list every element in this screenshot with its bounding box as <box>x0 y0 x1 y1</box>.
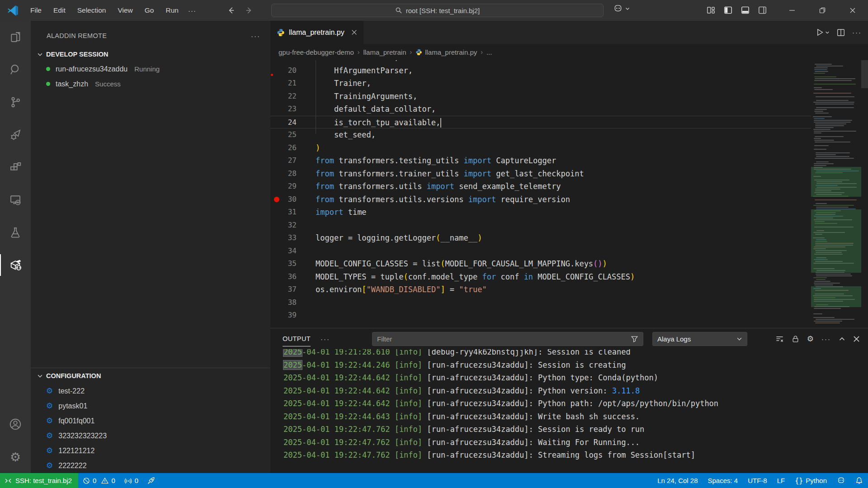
breadcrumb-item[interactable]: gpu-free-debugger-demo <box>278 48 354 56</box>
breakpoint-gutter[interactable] <box>270 116 283 128</box>
breakpoint-gutter[interactable] <box>270 309 283 322</box>
code-line-current[interactable]: 24 is_torch_tpu_available, <box>270 116 811 129</box>
breakpoint-gutter[interactable] <box>270 103 283 116</box>
editor-scrollbar[interactable] <box>861 60 868 328</box>
run-python-file-button[interactable] <box>816 28 830 37</box>
source-control-icon[interactable] <box>0 86 31 118</box>
breakpoint-gutter[interactable] <box>270 219 283 232</box>
code-line[interactable]: 37os.environ["WANDB_DISABLED"] = "true" <box>270 283 811 296</box>
toggle-secondary-sidebar-icon[interactable] <box>757 3 768 17</box>
output-log[interactable]: 2025-04-01 19:21:28.610 [info] [debug-ry… <box>270 349 868 473</box>
output-filter-box[interactable] <box>372 332 643 346</box>
minimize-button[interactable] <box>777 0 807 21</box>
output-channel-select[interactable]: Alaya Logs <box>652 332 747 346</box>
search-view-icon[interactable] <box>0 53 31 86</box>
menubar-more-button[interactable]: ··· <box>184 5 201 17</box>
menu-item-file[interactable]: File <box>25 4 47 17</box>
editor-more-actions[interactable]: ··· <box>852 28 862 36</box>
breakpoint-gutter[interactable] <box>270 167 283 180</box>
restore-button[interactable] <box>807 0 837 21</box>
code-line[interactable]: 32 <box>270 219 811 232</box>
output-settings-gear-icon[interactable]: ⚙ <box>807 334 814 343</box>
code-line[interactable]: 30from transformers.utils.versions impor… <box>270 193 811 206</box>
config-item-122121212[interactable]: ⚙122121212 <box>31 443 270 458</box>
breakpoint-gutter[interactable] <box>270 154 283 167</box>
toggle-panel-icon[interactable] <box>740 3 750 17</box>
close-panel-icon[interactable] <box>853 336 860 342</box>
close-window-button[interactable] <box>837 0 868 21</box>
clear-output-icon[interactable] <box>775 335 784 343</box>
aladdin-remote-icon[interactable] <box>0 249 31 281</box>
problems-indicator[interactable]: 0 0 <box>78 473 120 488</box>
session-item-run-afrucezsu34zaddu[interactable]: run-afrucezsu34zadduRunning <box>31 62 270 76</box>
configuration-header[interactable]: CONFIGURATION <box>31 368 270 384</box>
code-line[interactable]: 28from transformers.trainer_utils import… <box>270 167 811 180</box>
breakpoint-gutter[interactable] <box>270 296 283 309</box>
explorer-icon[interactable] <box>0 21 31 53</box>
customize-layout-icon[interactable] <box>705 3 716 17</box>
language-mode[interactable]: {} Python <box>790 473 832 488</box>
ports-indicator[interactable]: 0 <box>120 473 143 488</box>
breakpoint-gutter[interactable] <box>270 90 283 103</box>
notifications-bell-icon[interactable] <box>850 473 868 488</box>
account-icon[interactable] <box>0 408 31 441</box>
breakpoint-gutter[interactable] <box>270 283 283 296</box>
breadcrumb-item[interactable]: ... <box>486 48 492 56</box>
breakpoint-gutter[interactable] <box>270 257 283 270</box>
split-editor-button[interactable] <box>837 28 845 37</box>
panel-tab-more-actions[interactable]: ··· <box>321 335 330 343</box>
code-line[interactable]: 22 TrainingArguments, <box>270 90 811 103</box>
menu-item-edit[interactable]: Edit <box>48 4 71 17</box>
sidebar-more-actions[interactable]: ··· <box>247 32 264 40</box>
code-line[interactable]: 31import time <box>270 206 811 219</box>
code-editor[interactable]: 19 AutoTokenizer,20 HfArgumentParser,21 … <box>270 60 868 328</box>
code-line[interactable]: 26) <box>270 142 811 155</box>
menu-item-run[interactable]: Run <box>160 4 183 17</box>
menu-item-view[interactable]: View <box>113 4 137 17</box>
develop-session-header[interactable]: DEVELOP SESSION <box>31 47 270 62</box>
code-line[interactable]: 20 HfArgumentParser, <box>270 64 811 77</box>
code-line[interactable]: 19 AutoTokenizer, <box>270 60 811 64</box>
code-line[interactable]: 27from transformers.testing_utils import… <box>270 154 811 167</box>
config-item-323232323223[interactable]: ⚙323232323223 <box>31 428 270 443</box>
breakpoint-gutter[interactable] <box>270 245 283 258</box>
code-line[interactable]: 35MODEL_CONFIG_CLASSES = list(MODEL_FOR_… <box>270 257 811 270</box>
go-forward-button[interactable] <box>242 4 256 17</box>
copilot-status-icon[interactable] <box>832 473 850 488</box>
remote-explorer-icon[interactable] <box>0 184 31 216</box>
go-back-button[interactable] <box>224 4 238 17</box>
run-and-debug-icon[interactable] <box>0 118 31 151</box>
breakpoint-gutter[interactable] <box>270 60 283 64</box>
command-center-search[interactable]: root [SSH: test_train.bj2] <box>271 4 604 17</box>
menu-item-go[interactable]: Go <box>140 4 159 17</box>
config-item-fq001fq001[interactable]: ⚙fq001fq001 <box>31 413 270 428</box>
code-line[interactable]: 33logger = logging.getLogger(__name__) <box>270 232 811 245</box>
tab-close-icon[interactable] <box>351 29 357 35</box>
code-line[interactable]: 39 <box>270 309 811 322</box>
encoding-setting[interactable]: UTF-8 <box>743 473 772 488</box>
code-line[interactable]: 21 Trainer, <box>270 77 811 90</box>
code-line[interactable]: 34 <box>270 245 811 258</box>
minimap[interactable] <box>811 60 861 328</box>
tab-output[interactable]: OUTPUT <box>283 335 311 346</box>
code-line[interactable]: 25 set_seed, <box>270 128 811 142</box>
code-line[interactable]: 23 default_data_collator, <box>270 103 811 116</box>
indentation-setting[interactable]: Spaces: 4 <box>703 473 743 488</box>
breadcrumb-item[interactable]: llama_pretrain <box>363 48 406 56</box>
breakpoint-gutter[interactable] <box>270 193 283 206</box>
maximize-panel-icon[interactable] <box>839 336 845 342</box>
cursor-position[interactable]: Ln 24, Col 28 <box>652 473 703 488</box>
session-item-task_zhzh[interactable]: task_zhzhSuccess <box>31 76 270 91</box>
settings-gear-icon[interactable]: ⚙ <box>0 441 31 473</box>
breadcrumb-item[interactable]: llama_pretrain.py <box>415 48 477 56</box>
config-item-pytask01[interactable]: ⚙pytask01 <box>31 398 270 413</box>
breakpoint-gutter[interactable] <box>270 270 283 284</box>
breakpoint-gutter[interactable] <box>270 180 283 193</box>
toggle-primary-sidebar-icon[interactable] <box>722 3 733 17</box>
launch-rocket-icon[interactable] <box>143 473 160 488</box>
breakpoint-gutter[interactable] <box>270 232 283 245</box>
config-item-test-222[interactable]: ⚙test-222 <box>31 384 270 398</box>
testing-icon[interactable] <box>0 216 31 249</box>
output-filter-input[interactable] <box>377 335 631 343</box>
breakpoint-gutter[interactable] <box>270 206 283 219</box>
